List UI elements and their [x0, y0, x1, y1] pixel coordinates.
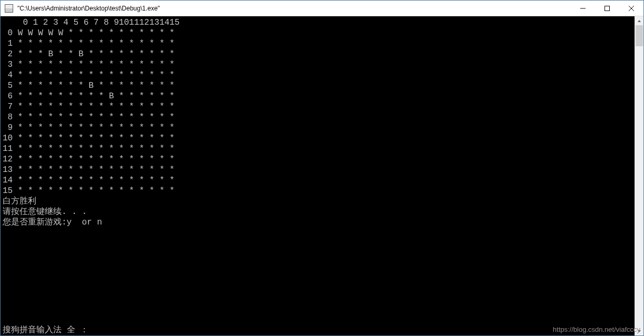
board-row: 1 * * * * * * * * * * * * * * * *	[3, 38, 635, 49]
board-row: 8 * * * * * * * * * * * * * * * *	[3, 112, 635, 123]
board-row: 12 * * * * * * * * * * * * * * * *	[3, 154, 635, 165]
close-button[interactable]	[619, 1, 643, 16]
board-row: 10 * * * * * * * * * * * * * * * *	[3, 133, 635, 144]
minimize-button[interactable]	[571, 1, 595, 16]
scrollbar-thumb[interactable]	[636, 25, 643, 46]
board-row: 14 * * * * * * * * * * * * * * * *	[3, 175, 635, 186]
app-icon	[5, 4, 13, 13]
console-output[interactable]: 0 1 2 3 4 5 6 7 8 9101112131415 0 W W W …	[1, 16, 635, 335]
svg-rect-0	[605, 6, 610, 11]
scroll-down-arrow-icon[interactable]	[635, 327, 643, 335]
board-row: 5 * * * * * * * B * * * * * * * *	[3, 80, 635, 91]
board-row: 0 W W W W W * * * * * * * * * * *	[3, 28, 635, 38]
restart-prompt: 您是否重新游戏:y or n	[3, 217, 635, 228]
ime-status-line: 搜狗拼音输入法 全 ：	[3, 325, 635, 335]
scroll-up-arrow-icon[interactable]	[635, 16, 643, 25]
board-row: 13 * * * * * * * * * * * * * * * *	[3, 165, 635, 175]
window-title: "C:\Users\Administrator\Desktop\test\Deb…	[17, 5, 160, 12]
winner-message: 白方胜利	[3, 196, 635, 207]
board-row: 9 * * * * * * * * * * * * * * * *	[3, 123, 635, 133]
board-row: 15 * * * * * * * * * * * * * * * *	[3, 186, 635, 196]
board-header-row: 0 1 2 3 4 5 6 7 8 9101112131415	[3, 17, 635, 28]
board-row: 7 * * * * * * * * * * * * * * * *	[3, 101, 635, 112]
maximize-button[interactable]	[595, 1, 619, 16]
board-row: 4 * * * * * * * * * * * * * * * *	[3, 70, 635, 80]
board-row: 2 * * * B * * B * * * * * * * * *	[3, 49, 635, 59]
console-filler	[3, 228, 635, 325]
board-row: 11 * * * * * * * * * * * * * * * *	[3, 144, 635, 154]
client-area: 0 1 2 3 4 5 6 7 8 9101112131415 0 W W W …	[1, 16, 643, 335]
board-row: 6 * * * * * * * * * B * * * * * *	[3, 91, 635, 101]
titlebar[interactable]: "C:\Users\Administrator\Desktop\test\Deb…	[1, 1, 643, 16]
vertical-scrollbar[interactable]	[635, 16, 643, 335]
press-key-message: 请按任意键继续. . .	[3, 207, 635, 217]
board-row: 3 * * * * * * * * * * * * * * * *	[3, 59, 635, 70]
app-window: "C:\Users\Administrator\Desktop\test\Deb…	[0, 0, 644, 336]
